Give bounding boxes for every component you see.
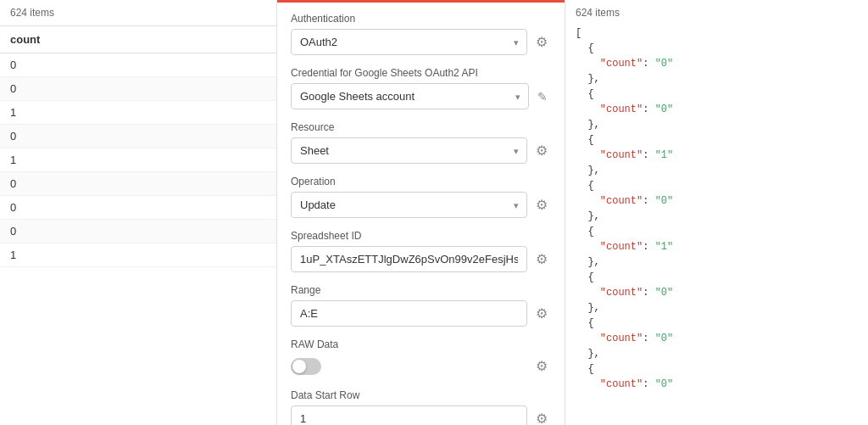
data-start-row-label: Data Start Row bbox=[291, 389, 551, 401]
data-start-row-group: Data Start Row ⚙ bbox=[291, 389, 551, 425]
spreadsheet-id-input[interactable] bbox=[291, 246, 527, 272]
resource-select[interactable]: Sheet bbox=[291, 137, 527, 164]
spreadsheet-id-group: Spreadsheet ID ⚙ bbox=[291, 230, 551, 272]
resource-gear-button[interactable]: ⚙ bbox=[532, 139, 551, 162]
credential-edit-button[interactable]: ✎ bbox=[534, 87, 551, 107]
range-input[interactable] bbox=[291, 300, 527, 327]
range-gear-button[interactable]: ⚙ bbox=[532, 302, 551, 325]
credential-group: Credential for Google Sheets OAuth2 API … bbox=[291, 67, 551, 109]
raw-data-group: RAW Data ⚙ bbox=[291, 338, 551, 377]
raw-data-gear-button[interactable]: ⚙ bbox=[532, 355, 551, 377]
middle-panel: Authentication OAuth2 ▾ ⚙ Credential for… bbox=[277, 0, 565, 425]
form-section: Authentication OAuth2 ▾ ⚙ Credential for… bbox=[277, 3, 565, 425]
table-row: 0 bbox=[0, 77, 276, 101]
data-table-body: 001010001 bbox=[0, 53, 276, 425]
spreadsheet-id-gear-button[interactable]: ⚙ bbox=[532, 248, 551, 271]
data-start-row-gear-button[interactable]: ⚙ bbox=[532, 407, 551, 425]
resource-row: Sheet ▾ ⚙ bbox=[291, 137, 551, 164]
auth-select[interactable]: OAuth2 bbox=[291, 29, 527, 55]
auth-select-wrapper: OAuth2 ▾ bbox=[291, 29, 527, 55]
range-group: Range ⚙ bbox=[291, 284, 551, 327]
credential-select-wrapper: Google Sheets account ▾ bbox=[291, 83, 529, 109]
auth-label: Authentication bbox=[291, 13, 551, 25]
table-row: 1 bbox=[0, 101, 276, 125]
table-row: 0 bbox=[0, 125, 276, 148]
credential-select[interactable]: Google Sheets account bbox=[291, 83, 529, 109]
range-label: Range bbox=[291, 284, 551, 296]
auth-group: Authentication OAuth2 ▾ ⚙ bbox=[291, 13, 551, 55]
right-item-count: 624 items bbox=[576, 7, 858, 19]
credential-row: Google Sheets account ▾ ✎ bbox=[291, 83, 551, 109]
resource-label: Resource bbox=[291, 121, 551, 133]
raw-data-label: RAW Data bbox=[291, 338, 551, 350]
table-row: 0 bbox=[0, 196, 276, 220]
operation-select[interactable]: Update bbox=[291, 192, 527, 218]
data-start-row-row: ⚙ bbox=[291, 405, 551, 425]
table-row: 1 bbox=[0, 148, 276, 172]
right-panel: 624 items [ { "count": "0" }, { "count":… bbox=[565, 0, 868, 425]
data-start-row-input[interactable] bbox=[291, 405, 527, 425]
operation-gear-button[interactable]: ⚙ bbox=[532, 193, 551, 216]
auth-gear-button[interactable]: ⚙ bbox=[532, 31, 551, 53]
json-output: [ { "count": "0" }, { "count": "0" }, { … bbox=[576, 25, 858, 392]
credential-label: Credential for Google Sheets OAuth2 API bbox=[291, 67, 551, 79]
range-row: ⚙ bbox=[291, 300, 551, 327]
table-row: 0 bbox=[0, 53, 276, 77]
operation-row: Update ▾ ⚙ bbox=[291, 192, 551, 218]
table-row: 0 bbox=[0, 220, 276, 243]
left-panel: 624 items count 001010001 bbox=[0, 0, 277, 425]
left-item-count: 624 items bbox=[0, 0, 276, 26]
operation-group: Operation Update ▾ ⚙ bbox=[291, 176, 551, 218]
raw-data-toggle[interactable] bbox=[291, 358, 321, 375]
spreadsheet-id-row: ⚙ bbox=[291, 246, 551, 272]
operation-label: Operation bbox=[291, 176, 551, 187]
operation-select-wrapper: Update ▾ bbox=[291, 192, 527, 218]
auth-row: OAuth2 ▾ ⚙ bbox=[291, 29, 551, 55]
raw-data-row: ⚙ bbox=[291, 355, 551, 377]
resource-select-wrapper: Sheet ▾ bbox=[291, 137, 527, 164]
resource-group: Resource Sheet ▾ ⚙ bbox=[291, 121, 551, 164]
spreadsheet-id-label: Spreadsheet ID bbox=[291, 230, 551, 242]
table-row: 0 bbox=[0, 172, 276, 196]
table-row: 1 bbox=[0, 243, 276, 267]
raw-data-toggle-wrapper bbox=[291, 358, 321, 375]
column-header: count bbox=[0, 26, 276, 53]
